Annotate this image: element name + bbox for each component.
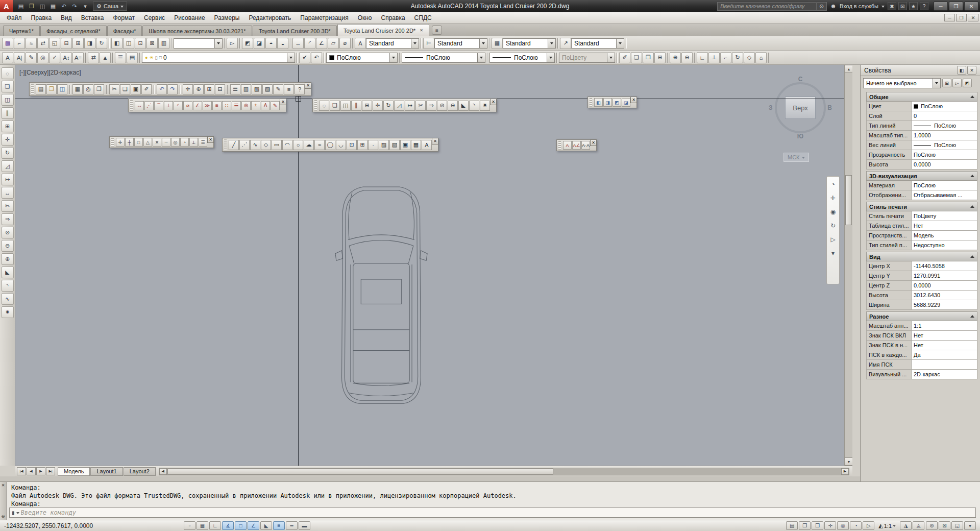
move-icon[interactable]: ✛: [373, 101, 383, 111]
color-combo[interactable]: ПоСлою: [326, 53, 398, 63]
spds-sheet-icon[interactable]: ▥: [158, 38, 169, 49]
property-row[interactable]: Тип стилей п...Недоступно: [866, 240, 977, 250]
extend-icon[interactable]: ⇒: [426, 101, 436, 111]
layer-properties-icon[interactable]: ☰: [115, 52, 126, 63]
dim-diameter-icon[interactable]: ⌀: [183, 101, 192, 110]
last-tab-button[interactable]: ▶|: [46, 467, 55, 475]
navigation-wheel-icon[interactable]: ◔: [828, 180, 838, 189]
menu-item[interactable]: Параметризация: [296, 12, 353, 23]
find-text-icon[interactable]: ◎: [37, 52, 48, 63]
quickcalc-button[interactable]: ≡: [284, 84, 294, 94]
layout-tab[interactable]: Layout1: [90, 467, 122, 476]
tool-palettes-button[interactable]: ▧: [252, 84, 262, 94]
status-tray-arrow[interactable]: ▾: [964, 521, 976, 530]
ucs-world-icon[interactable]: ⊥: [708, 52, 720, 63]
chevron-down-icon[interactable]: [479, 39, 487, 48]
collapse-arrow-icon[interactable]: [970, 253, 974, 258]
drawing-canvas[interactable]: [-][Сверху][2D-каркас]: [15, 65, 852, 466]
layout-tab[interactable]: Layout2: [124, 467, 156, 476]
spds-remove-icon[interactable]: ⊟: [61, 38, 72, 49]
toolbar-grip[interactable]: [111, 138, 114, 147]
zoom-button[interactable]: ◎: [837, 521, 849, 530]
viewcube-east-label[interactable]: В: [827, 104, 832, 111]
property-row[interactable]: МатериалПоСлою: [866, 181, 977, 190]
close-icon[interactable]: ✕: [630, 96, 637, 103]
qat-plot-button[interactable]: ▦: [48, 2, 58, 11]
dim-style-combo[interactable]: Standard: [434, 38, 487, 49]
plot-button[interactable]: ▦: [72, 84, 83, 94]
mleader-style-icon[interactable]: ↗: [560, 38, 571, 49]
chevron-down-icon[interactable]: [214, 39, 222, 48]
scroll-right-arrow[interactable]: ▶: [841, 468, 849, 475]
snap-extension-icon[interactable]: ┄: [162, 138, 170, 147]
gradient-icon[interactable]: ▧: [389, 140, 400, 150]
layer-previous-icon[interactable]: ↶: [311, 52, 322, 63]
property-row[interactable]: ПСК в каждо...Да: [866, 350, 977, 360]
osnap-settings-icon[interactable]: ☰: [199, 138, 207, 147]
break-at-point-icon[interactable]: ⊘: [2, 227, 14, 238]
dim-baseline-icon[interactable]: ≡: [212, 101, 222, 110]
layer-combo[interactable]: ●☀▯□0: [142, 53, 295, 63]
rotate-icon[interactable]: ↻: [383, 101, 394, 111]
ducs-toggle[interactable]: ◣: [260, 521, 272, 530]
toolbar-lock-button[interactable]: ⊠: [939, 521, 950, 530]
collapse-arrow-icon[interactable]: [970, 173, 974, 177]
help-icon[interactable]: ?: [920, 2, 928, 10]
palette-close-icon[interactable]: ✕: [967, 66, 976, 75]
viewcube-north-label[interactable]: С: [798, 76, 803, 83]
ellipse-icon[interactable]: ◯: [325, 140, 335, 150]
document-tab[interactable]: Toyota Land Cruiser 200 3D*: [253, 26, 337, 36]
coordinates-display[interactable]: -12432.5207, 2550.7617, 0.0000: [4, 522, 182, 529]
trim-icon[interactable]: ✂: [2, 200, 14, 212]
array-icon[interactable]: ⊞: [362, 101, 372, 111]
property-row[interactable]: Центр Y1270.0991: [866, 271, 977, 281]
snap-endpoint-icon[interactable]: □: [134, 138, 143, 147]
next-tab-button[interactable]: ▶: [36, 467, 45, 475]
dim-aligned-icon[interactable]: ⋰: [144, 101, 154, 110]
scroll-down-arrow[interactable]: ▼: [845, 457, 852, 466]
property-row[interactable]: Имя ПСК: [866, 360, 977, 370]
extend-icon[interactable]: ⇒: [2, 213, 14, 225]
property-row[interactable]: Высота3012.6430: [866, 291, 977, 300]
undo-button[interactable]: ↶: [157, 84, 167, 94]
draworder-below-icon[interactable]: ◒: [277, 38, 288, 49]
zoom-icon[interactable]: ◉: [828, 207, 838, 216]
tab-close-icon[interactable]: ✕: [420, 29, 423, 33]
quick-select-button[interactable]: ◩: [963, 79, 972, 87]
fillet-icon[interactable]: ◝: [469, 101, 479, 111]
chevron-down-icon[interactable]: [607, 53, 615, 62]
vertical-scrollbar[interactable]: ▲ ▼: [844, 65, 852, 466]
rotate-icon[interactable]: ↻: [2, 147, 14, 159]
scrollbar-thumb[interactable]: [845, 175, 852, 225]
doc-restore-button[interactable]: ❐: [956, 14, 967, 21]
chevron-down-icon[interactable]: [616, 39, 624, 48]
ucs-origin-icon[interactable]: ⌐: [720, 52, 731, 63]
text-match-icon[interactable]: A·A: [581, 141, 590, 150]
designcenter-button[interactable]: ▥: [241, 84, 251, 94]
toolbar-grip[interactable]: [130, 100, 133, 111]
dim-continue-icon[interactable]: ∷: [222, 101, 231, 110]
line-icon[interactable]: ╱: [229, 140, 239, 150]
clean-screen-button[interactable]: ◱: [951, 521, 963, 530]
chevron-down-icon[interactable]: [287, 53, 295, 62]
section-header[interactable]: Вид: [866, 252, 977, 261]
otrack-toggle[interactable]: ∠: [248, 521, 259, 530]
offset-icon[interactable]: ∥: [351, 101, 361, 111]
tpy-toggle[interactable]: ▬: [299, 521, 310, 530]
ucs-z-axis-icon[interactable]: ↻: [732, 52, 743, 63]
qat-open-button[interactable]: ❒: [27, 2, 37, 11]
region-icon[interactable]: ▣: [400, 140, 410, 150]
explode-icon[interactable]: ✷: [2, 306, 14, 318]
dim-linear-icon[interactable]: ↔: [135, 101, 144, 110]
viewcube-south-label[interactable]: Ю: [797, 133, 803, 140]
autocad-logo-icon[interactable]: A: [0, 0, 13, 12]
select-cursor-icon[interactable]: ▻: [227, 38, 238, 49]
dyn-toggle[interactable]: ≡: [273, 521, 285, 530]
steering-wheel-button[interactable]: ◔: [850, 521, 862, 530]
viewcube[interactable]: Верх С Ю З В: [770, 77, 831, 138]
property-row[interactable]: Центр Z0.0000: [866, 281, 977, 291]
dim-radius-icon[interactable]: ◜: [174, 101, 183, 110]
spds-icon[interactable]: ▩: [2, 38, 13, 49]
close-icon[interactable]: ✕: [590, 139, 597, 146]
property-row[interactable]: Масштаб анн...1:1: [866, 321, 977, 331]
